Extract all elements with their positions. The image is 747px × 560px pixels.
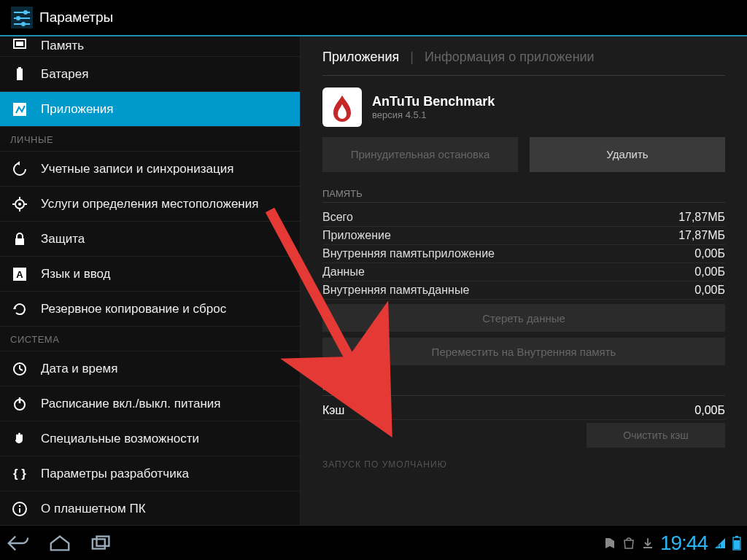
settings-sidebar: Память Батарея Приложения ЛИЧНЫЕ Учетные… [0, 36, 301, 525]
svg-rect-19 [15, 238, 24, 245]
language-icon: A [10, 265, 29, 284]
sidebar-item-label: Учетные записи и синхронизация [41, 162, 233, 176]
svg-rect-32 [93, 539, 105, 548]
force-stop-button: Принудительная остановка [322, 137, 518, 172]
recent-apps-button[interactable] [90, 532, 114, 555]
sidebar-item-label: Услуги определения местоположения [41, 197, 258, 211]
sidebar-item-label: Расписание вкл./выкл. питания [41, 397, 221, 411]
battery-status-icon [732, 536, 741, 551]
sidebar-item-developer[interactable]: { } Параметры разработчика [0, 456, 300, 491]
battery-icon [10, 65, 29, 84]
sidebar-item-label: Приложения [41, 102, 113, 117]
launch-default-title: ЗАПУСК ПО УМОЛЧАНИЮ [322, 459, 725, 470]
power-icon [10, 394, 29, 413]
sidebar-item-datetime[interactable]: Дата и время [0, 351, 300, 386]
sidebar-item-label: Специальные возможности [41, 432, 199, 446]
sidebar-item-label: Параметры разработчика [41, 467, 189, 481]
sidebar-item-label: Дата и время [41, 362, 117, 376]
status-bar-clock[interactable]: 19:44 [660, 532, 708, 555]
page-title: Параметры [39, 9, 113, 26]
sync-icon [10, 160, 29, 179]
back-button[interactable] [6, 532, 29, 555]
sidebar-item-backup[interactable]: Резервное копирование и сброс [0, 292, 300, 327]
home-button[interactable] [48, 532, 71, 555]
clear-cache-button: Очистить кэш [587, 423, 725, 448]
hand-icon [10, 429, 29, 448]
storage-section-title: ПАМЯТЬ [322, 188, 725, 199]
developer-icon: { } [10, 464, 29, 483]
svg-rect-36 [735, 536, 738, 537]
app-header: AnTuTu Benchmark версия 4.5.1 [322, 88, 725, 127]
svg-text:A: A [16, 269, 23, 280]
app-detail-pane: Приложения | Информация о приложении AnT… [301, 36, 747, 525]
svg-line-25 [20, 369, 23, 370]
sidebar-item-power-schedule[interactable]: Расписание вкл./выкл. питания [0, 386, 300, 421]
signal-icon: H [713, 537, 727, 550]
sidebar-item-battery[interactable]: Батарея [0, 57, 300, 92]
backup-icon [10, 300, 29, 319]
sidebar-item-label: Резервное копирование и сброс [41, 302, 226, 316]
divider [322, 75, 725, 76]
uninstall-button[interactable]: Удалить [530, 137, 725, 172]
app-name: AnTuTu Benchmark [372, 94, 495, 109]
svg-rect-33 [96, 536, 109, 545]
svg-rect-9 [17, 69, 23, 80]
storage-row: Приложение17,87МБ [322, 227, 725, 245]
breadcrumb: Приложения | Информация о приложении [322, 50, 725, 65]
cache-section-title: КЭШ [322, 381, 725, 392]
memory-icon [10, 36, 29, 53]
breadcrumb-main[interactable]: Приложения [322, 50, 399, 64]
shopping-bag-icon[interactable] [622, 537, 635, 550]
svg-marker-12 [17, 161, 20, 166]
app-version: версия 4.5.1 [372, 109, 495, 120]
svg-rect-10 [18, 67, 21, 69]
clock-icon [10, 359, 29, 378]
storage-row: Данные0,00Б [322, 263, 725, 281]
info-icon [10, 499, 29, 518]
divider [322, 202, 725, 203]
sidebar-item-location[interactable]: Услуги определения местоположения [0, 187, 300, 222]
play-store-notification-icon[interactable] [603, 537, 616, 550]
svg-point-14 [18, 203, 21, 206]
svg-text:H: H [717, 542, 721, 549]
system-navigation-bar: 19:44 H [0, 525, 747, 560]
location-icon [10, 195, 29, 214]
sidebar-item-label: Защита [41, 232, 85, 246]
settings-icon [7, 3, 36, 32]
cache-row: Кэш 0,00Б [322, 402, 725, 420]
svg-point-2 [23, 10, 28, 15]
storage-row: Внутренняя памятьприложение0,00Б [322, 245, 725, 263]
storage-list: Всего17,87МБ Приложение17,87МБ Внутрення… [322, 209, 725, 300]
apps-icon [10, 100, 29, 119]
sidebar-item-security[interactable]: Защита [0, 222, 300, 257]
svg-point-29 [19, 505, 20, 507]
sidebar-item-label: О планшетном ПК [41, 502, 146, 516]
move-to-internal-button: Переместить на Внутренняя память [322, 338, 725, 365]
storage-row: Внутренняя памятьданные0,00Б [322, 281, 725, 300]
sidebar-item-accessibility[interactable]: Специальные возможности [0, 421, 300, 456]
breadcrumb-separator: | [410, 50, 414, 64]
sidebar-item-accounts[interactable]: Учетные записи и синхронизация [0, 152, 300, 187]
sidebar-header-personal: ЛИЧНЫЕ [0, 127, 300, 152]
breadcrumb-sub: Информация о приложении [425, 50, 595, 64]
sidebar-item-label: Память [41, 39, 84, 53]
sidebar-item-memory[interactable]: Память [0, 36, 300, 57]
svg-point-6 [21, 22, 26, 26]
divider [322, 395, 725, 396]
sidebar-item-label: Язык и ввод [41, 267, 111, 281]
sidebar-item-language[interactable]: A Язык и ввод [0, 257, 300, 292]
sidebar-item-apps[interactable]: Приложения [0, 92, 300, 127]
action-bar: Параметры [0, 0, 747, 35]
app-icon [322, 88, 362, 127]
lock-icon [10, 230, 29, 249]
svg-rect-37 [734, 540, 740, 549]
sidebar-item-label: Батарея [41, 67, 88, 82]
storage-row: Всего17,87МБ [322, 209, 725, 227]
sidebar-header-system: СИСТЕМА [0, 327, 300, 351]
svg-point-4 [16, 16, 20, 20]
download-icon[interactable] [641, 537, 654, 550]
svg-rect-8 [16, 42, 23, 46]
sidebar-item-about[interactable]: О планшетном ПК [0, 491, 300, 525]
clear-data-button: Стереть данные [322, 304, 725, 332]
